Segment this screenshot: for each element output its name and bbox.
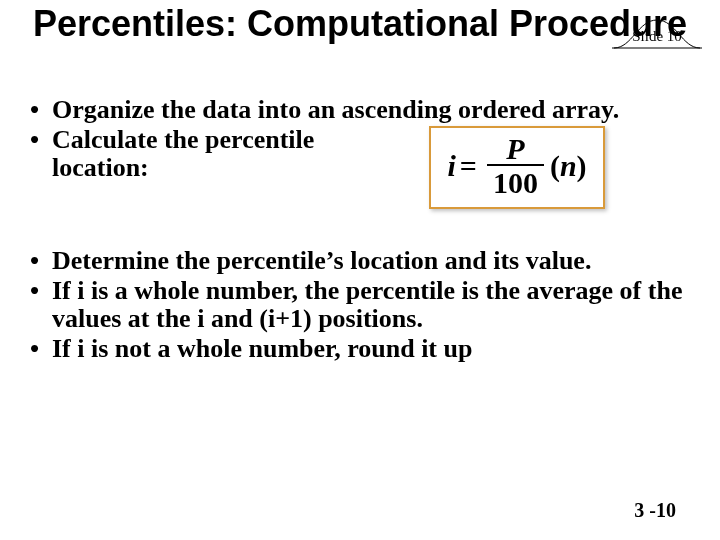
formula-box: i = P 100 (n): [429, 126, 604, 209]
formula-close: ): [577, 150, 587, 182]
bullet-item: If i is not a whole number, round it up: [28, 335, 692, 363]
bullet-item: Determine the percentile’s location and …: [28, 247, 692, 275]
formula-eq: =: [460, 150, 477, 182]
formula-open: (: [550, 150, 560, 182]
bullet-text: Calculate the percentile location:: [52, 126, 342, 182]
formula-fraction: P 100: [487, 134, 544, 199]
spacer: [28, 211, 692, 247]
bullet-item: If i is a whole number, the percentile i…: [28, 277, 692, 333]
slide-number-text: Slide 10: [612, 28, 702, 45]
formula-wrap: i = P 100 (n): [342, 126, 692, 209]
page-number: 3 -10: [634, 499, 676, 522]
formula-num: P: [500, 134, 530, 164]
formula-lhs: i: [447, 150, 455, 182]
formula-den: 100: [487, 164, 544, 199]
slide-number-badge: Slide 10: [612, 14, 702, 54]
formula-row: Calculate the percentile location: i = P…: [52, 126, 692, 209]
bullet-item: Calculate the percentile location: i = P…: [28, 126, 692, 209]
bullet-list-top: Organize the data into an ascending orde…: [28, 96, 692, 209]
formula-n: n: [560, 150, 577, 182]
bullet-list-bottom: Determine the percentile’s location and …: [28, 247, 692, 363]
bullet-item: Organize the data into an ascending orde…: [28, 96, 692, 124]
slide: Percentiles: Computational Procedure Sli…: [0, 0, 720, 540]
slide-body: Organize the data into an ascending orde…: [28, 96, 692, 365]
